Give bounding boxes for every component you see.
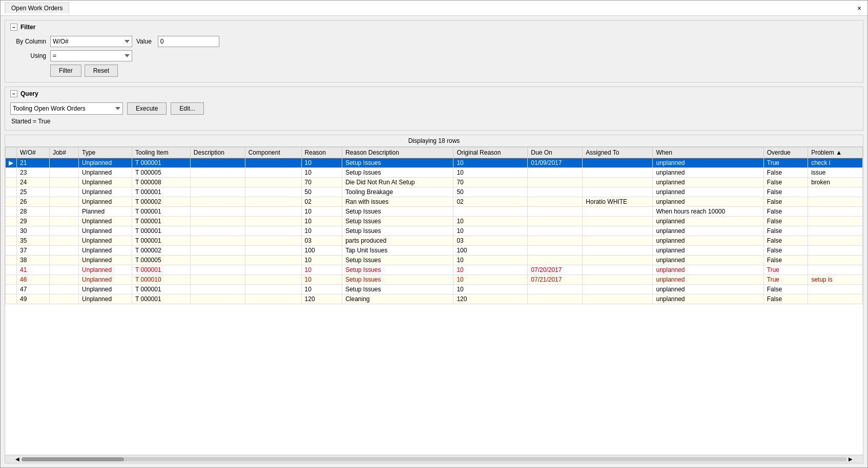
row-desc (190, 187, 245, 197)
close-button[interactable]: × (855, 4, 863, 12)
row-arrow-cell: ▶ (6, 158, 17, 168)
execute-button[interactable]: Execute (127, 102, 167, 115)
table-row[interactable]: 35UnplannedT 00000103parts produced03unp… (6, 236, 863, 246)
filter-header: − Filter (10, 24, 858, 31)
row-orig-reason: 120 (453, 294, 528, 304)
row-overdue: False (763, 168, 808, 178)
row-problem (808, 285, 863, 294)
row-reason-desc: Setup Issues (342, 265, 453, 275)
row-desc (190, 178, 245, 187)
row-problem (808, 217, 863, 226)
by-column-select[interactable]: W/O# Job# Type Tooling Item Description … (50, 36, 132, 47)
row-reason: 10 (301, 217, 342, 226)
table-row[interactable]: 49UnplannedT 000001120Cleaning120unplann… (6, 294, 863, 304)
table-row[interactable]: 38UnplannedT 00000510Setup Issues10unpla… (6, 256, 863, 265)
row-job (49, 197, 78, 207)
row-desc (190, 246, 245, 256)
table-row[interactable]: 28PlannedT 00000110Setup IssuesWhen hour… (6, 207, 863, 217)
filter-buttons: Filter Reset (50, 65, 858, 77)
value-input[interactable] (158, 36, 219, 47)
col-type[interactable]: Type (79, 147, 132, 158)
content-area: − Filter By Column W/O# Job# Type Toolin… (1, 16, 867, 467)
scroll-track[interactable] (22, 457, 846, 461)
query-select[interactable]: Tooling Open Work Orders (10, 102, 123, 115)
col-when[interactable]: When (653, 147, 763, 158)
col-desc[interactable]: Description (190, 147, 245, 158)
edit-button[interactable]: Edit... (171, 102, 204, 115)
row-assigned (583, 265, 653, 275)
row-desc (190, 294, 245, 304)
row-problem (808, 256, 863, 265)
table-row[interactable]: 24UnplannedT 00000870Die Did Not Run At … (6, 178, 863, 187)
reset-button[interactable]: Reset (85, 65, 118, 77)
row-reason: 10 (301, 265, 342, 275)
col-wo[interactable]: W/O# (17, 147, 50, 158)
row-when: unplanned (653, 187, 763, 197)
row-due-on (528, 197, 583, 207)
table-row[interactable]: 37UnplannedT 000002100Tap Unit Issues100… (6, 246, 863, 256)
filter-collapse-icon[interactable]: − (10, 24, 17, 31)
row-type: Unplanned (79, 168, 132, 178)
row-job (49, 168, 78, 178)
main-tab[interactable]: Open Work Orders (5, 3, 69, 13)
row-due-on: 07/20/2017 (528, 265, 583, 275)
horizontal-scrollbar[interactable]: ◀ ▶ (5, 455, 863, 463)
table-row[interactable]: 26UnplannedT 00000202Ran with issues02Ho… (6, 197, 863, 207)
row-reason-desc: Setup Issues (342, 158, 453, 168)
table-row[interactable]: 23UnplannedT 00000510Setup Issues10unpla… (6, 168, 863, 178)
col-problem[interactable]: Problem ▲ (808, 147, 863, 158)
row-job (49, 275, 78, 285)
row-when: unplanned (653, 217, 763, 226)
scroll-thumb[interactable] (22, 457, 124, 461)
row-orig-reason: 10 (453, 168, 528, 178)
row-wo: 37 (17, 246, 50, 256)
row-due-on: 07/21/2017 (528, 275, 583, 285)
col-reason[interactable]: Reason (301, 147, 342, 158)
row-due-on (528, 207, 583, 217)
table-row[interactable]: 41UnplannedT 00000110Setup Issues1007/20… (6, 265, 863, 275)
main-window: Open Work Orders × − Filter By Column W/… (0, 0, 868, 468)
using-select[interactable]: = != > < >= <= contains (50, 50, 132, 61)
table-row[interactable]: 25UnplannedT 00000150Tooling Breakage50u… (6, 187, 863, 197)
row-overdue: True (763, 158, 808, 168)
row-reason: 10 (301, 285, 342, 294)
col-tooling[interactable]: Tooling Item (132, 147, 191, 158)
table-wrapper[interactable]: W/O# Job# Type Tooling Item Description … (5, 147, 863, 455)
row-due-on (528, 168, 583, 178)
col-assigned[interactable]: Assigned To (583, 147, 653, 158)
table-row[interactable]: ▶21UnplannedT 00000110Setup Issues1001/0… (6, 158, 863, 168)
scroll-right-arrow[interactable]: ▶ (846, 456, 855, 462)
row-overdue: False (763, 285, 808, 294)
row-reason: 10 (301, 158, 342, 168)
row-when: unplanned (653, 168, 763, 178)
col-due-on[interactable]: Due On (528, 147, 583, 158)
row-tooling: T 000001 (132, 294, 191, 304)
row-job (49, 178, 78, 187)
row-arrow-cell (6, 285, 17, 294)
col-reason-desc[interactable]: Reason Description (342, 147, 453, 158)
col-overdue[interactable]: Overdue (763, 147, 808, 158)
table-row[interactable]: 29UnplannedT 00000110Setup Issues10unpla… (6, 217, 863, 226)
table-section: Displaying 18 rows W/O# Job# Type Toolin… (5, 135, 863, 463)
table-row[interactable]: 47UnplannedT 00000110Setup Issues10unpla… (6, 285, 863, 294)
row-reason-desc: parts produced (342, 236, 453, 246)
row-due-on (528, 236, 583, 246)
row-assigned (583, 256, 653, 265)
filter-button[interactable]: Filter (50, 65, 81, 77)
table-row[interactable]: 46UnplannedT 00001010Setup Issues1007/21… (6, 275, 863, 285)
row-problem (808, 187, 863, 197)
query-status: Started = True (11, 118, 858, 125)
row-orig-reason: 10 (453, 265, 528, 275)
col-job[interactable]: Job# (49, 147, 78, 158)
row-problem: broken (808, 178, 863, 187)
row-desc (190, 217, 245, 226)
col-component[interactable]: Component (245, 147, 301, 158)
col-orig-reason[interactable]: Original Reason (453, 147, 528, 158)
query-collapse-icon[interactable]: − (10, 90, 17, 97)
row-overdue: True (763, 275, 808, 285)
row-orig-reason: 03 (453, 236, 528, 246)
table-row[interactable]: 30UnplannedT 00000110Setup Issues10unpla… (6, 226, 863, 236)
row-component (245, 236, 301, 246)
row-arrow-cell (6, 187, 17, 197)
scroll-left-arrow[interactable]: ◀ (13, 456, 22, 462)
